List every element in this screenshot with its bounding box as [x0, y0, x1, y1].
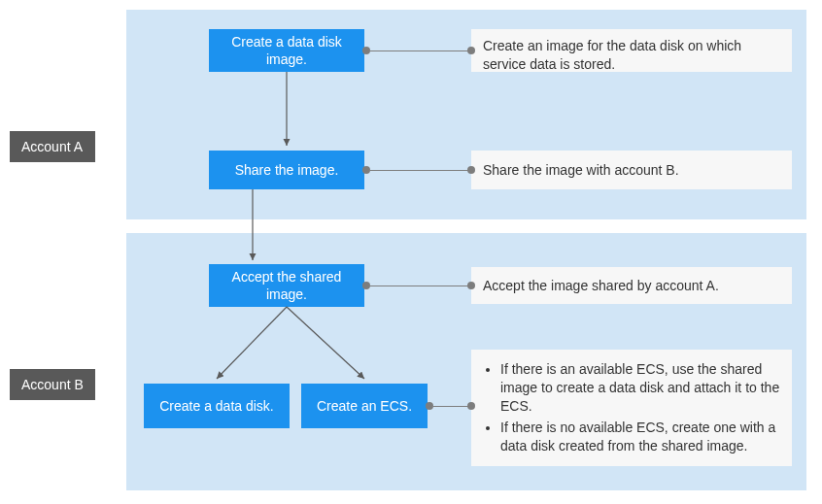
- connector-dot-icon: [467, 166, 475, 174]
- account-b-label: Account B: [10, 369, 95, 400]
- connector-dot-icon: [426, 402, 433, 410]
- connector-line: [370, 286, 471, 286]
- connector-line: [370, 50, 471, 51]
- connector-dot-icon: [362, 166, 370, 174]
- step-share-image: Share the image.: [209, 151, 364, 189]
- step-accept-shared-image: Accept the shared image.: [209, 264, 364, 307]
- account-a-label: Account A: [10, 131, 95, 162]
- step-create-data-disk-image: Create a data disk image.: [209, 29, 364, 72]
- desc-share-image: Share the image with account B.: [471, 151, 792, 189]
- desc-accept-shared-image: Accept the image shared by account A.: [471, 267, 792, 304]
- desc-create-data-disk-image: Create an image for the data disk on whi…: [471, 29, 792, 72]
- desc-create-options: If there is an available ECS, use the sh…: [471, 350, 792, 466]
- desc-create-options-bullet-1: If there is an available ECS, use the sh…: [500, 360, 780, 416]
- connector-dot-icon: [362, 282, 370, 289]
- connector-dot-icon: [467, 47, 475, 54]
- connector-line: [433, 406, 471, 407]
- connector-line: [370, 170, 471, 171]
- connector-dot-icon: [362, 47, 370, 54]
- step-create-data-disk: Create a data disk.: [144, 384, 290, 428]
- connector-dot-icon: [467, 402, 475, 410]
- desc-create-options-bullet-2: If there is no available ECS, create one…: [500, 419, 780, 455]
- connector-dot-icon: [467, 282, 475, 289]
- step-create-ecs: Create an ECS.: [301, 384, 428, 428]
